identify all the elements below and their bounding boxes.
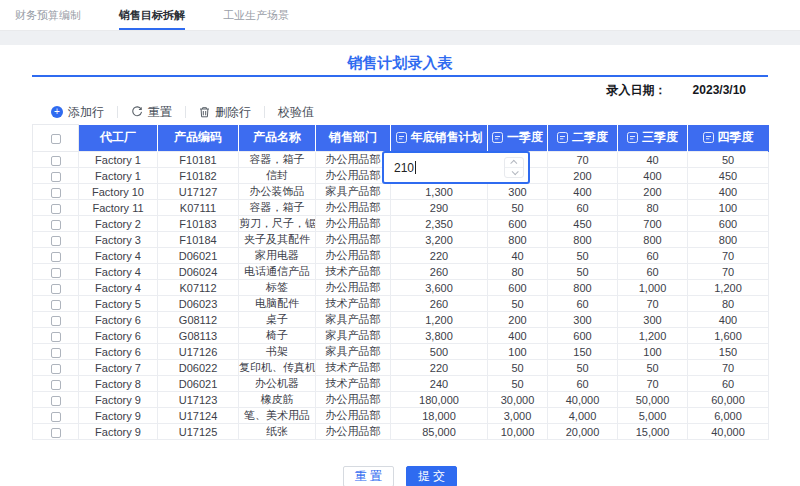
cell-q4[interactable]: 1,200	[688, 280, 769, 296]
cell-annual-plan[interactable]: 260	[391, 296, 488, 312]
cell-q2[interactable]: 300	[548, 312, 618, 328]
row-checkbox[interactable]	[51, 396, 61, 406]
cell-annual-plan[interactable]: 18,000	[391, 408, 488, 424]
cell-q2[interactable]: 400	[548, 184, 618, 200]
cell-annual-plan[interactable]: 3,600	[391, 280, 488, 296]
cell-q3[interactable]: 80	[618, 200, 688, 216]
cell-q4[interactable]: 60	[688, 376, 769, 392]
cell-annual-plan[interactable]: 3,200	[391, 232, 488, 248]
cell-annual-plan[interactable]: 290	[391, 200, 488, 216]
cell-q4[interactable]: 70	[688, 264, 769, 280]
cell-q2[interactable]: 70	[548, 152, 618, 168]
cell-q2[interactable]: 800	[548, 232, 618, 248]
cell-q4[interactable]: 400	[688, 184, 769, 200]
cell-q4[interactable]: 80	[688, 296, 769, 312]
cell-q2[interactable]: 200	[548, 168, 618, 184]
cell-q2[interactable]: 20,000	[548, 424, 618, 440]
submit-button[interactable]: 提交	[406, 466, 457, 486]
cell-annual-plan[interactable]: 2,350	[391, 216, 488, 232]
cell-q2[interactable]: 40,000	[548, 392, 618, 408]
cell-q3[interactable]: 70	[618, 376, 688, 392]
stepper-down-button[interactable]	[505, 168, 523, 177]
cell-q1[interactable]: 200	[488, 312, 548, 328]
cell-q1[interactable]: 600	[488, 280, 548, 296]
cell-annual-plan[interactable]: 1,300	[391, 184, 488, 200]
tab-industrial-scene[interactable]: 工业生产场景	[223, 0, 289, 30]
row-checkbox[interactable]	[51, 364, 61, 374]
cell-q1[interactable]: 50	[488, 376, 548, 392]
tab-sales-target[interactable]: 销售目标拆解	[119, 0, 185, 30]
row-checkbox[interactable]	[51, 268, 61, 278]
cell-q1[interactable]: 400	[488, 328, 548, 344]
cell-q3[interactable]: 70	[618, 296, 688, 312]
row-checkbox[interactable]	[51, 284, 61, 294]
cell-annual-plan[interactable]: 500	[391, 344, 488, 360]
cell-q4[interactable]: 400	[688, 312, 769, 328]
cell-annual-plan[interactable]: 180,000	[391, 392, 488, 408]
row-checkbox[interactable]	[51, 412, 61, 422]
cell-q4[interactable]: 40,000	[688, 424, 769, 440]
cell-q2[interactable]: 150	[548, 344, 618, 360]
cell-q3[interactable]: 1,200	[618, 328, 688, 344]
cell-q4[interactable]: 450	[688, 168, 769, 184]
cell-q3[interactable]: 200	[618, 184, 688, 200]
cell-q3[interactable]: 100	[618, 344, 688, 360]
cell-annual-plan[interactable]: 1,200	[391, 312, 488, 328]
delete-row-button[interactable]: 删除行	[186, 104, 264, 121]
cell-annual-plan[interactable]: 3,800	[391, 328, 488, 344]
row-checkbox[interactable]	[51, 236, 61, 246]
stepper-up-button[interactable]	[505, 158, 523, 168]
row-checkbox[interactable]	[51, 252, 61, 262]
cell-q1[interactable]: 50	[488, 360, 548, 376]
cell-q3[interactable]: 400	[618, 168, 688, 184]
cell-q2[interactable]: 50	[548, 264, 618, 280]
row-checkbox[interactable]	[51, 348, 61, 358]
cell-q4[interactable]: 70	[688, 360, 769, 376]
cell-annual-plan[interactable]: 240	[391, 376, 488, 392]
annual-plan-cell-editor[interactable]: 210	[382, 151, 530, 184]
cell-q2[interactable]: 60	[548, 376, 618, 392]
cell-q1[interactable]: 3,000	[488, 408, 548, 424]
cell-q3[interactable]: 40	[618, 152, 688, 168]
cell-q3[interactable]: 1,000	[618, 280, 688, 296]
cell-q1[interactable]: 50	[488, 296, 548, 312]
validate-values-button[interactable]: 校验值	[265, 104, 327, 121]
cell-q4[interactable]: 6,000	[688, 408, 769, 424]
cell-q4[interactable]: 70	[688, 248, 769, 264]
cell-q4[interactable]: 150	[688, 344, 769, 360]
cell-q3[interactable]: 300	[618, 312, 688, 328]
row-checkbox[interactable]	[51, 300, 61, 310]
cell-annual-plan[interactable]: 260	[391, 264, 488, 280]
cell-q1[interactable]: 600	[488, 216, 548, 232]
row-checkbox[interactable]	[51, 156, 61, 166]
cell-q2[interactable]: 50	[548, 248, 618, 264]
cell-q1[interactable]: 50	[488, 200, 548, 216]
cell-q4[interactable]: 100	[688, 200, 769, 216]
cell-q3[interactable]: 5,000	[618, 408, 688, 424]
cell-q2[interactable]: 450	[548, 216, 618, 232]
cell-annual-plan[interactable]: 220	[391, 248, 488, 264]
cell-q2[interactable]: 50	[548, 360, 618, 376]
cell-q3[interactable]: 50	[618, 360, 688, 376]
cell-q3[interactable]: 15,000	[618, 424, 688, 440]
cell-q2[interactable]: 600	[548, 328, 618, 344]
cell-annual-plan[interactable]: 85,000	[391, 424, 488, 440]
cell-q3[interactable]: 60	[618, 248, 688, 264]
row-checkbox[interactable]	[51, 172, 61, 182]
cell-q4[interactable]: 800	[688, 232, 769, 248]
cell-q4[interactable]: 600	[688, 216, 769, 232]
cell-q4[interactable]: 1,600	[688, 328, 769, 344]
row-checkbox[interactable]	[51, 204, 61, 214]
cell-q1[interactable]: 300	[488, 184, 548, 200]
cell-q3[interactable]: 50,000	[618, 392, 688, 408]
row-checkbox[interactable]	[51, 220, 61, 230]
cell-q4[interactable]: 60,000	[688, 392, 769, 408]
tab-finance-budget[interactable]: 财务预算编制	[15, 0, 81, 30]
add-row-button[interactable]: 添加行	[38, 104, 117, 121]
row-checkbox[interactable]	[51, 380, 61, 390]
cell-q1[interactable]: 800	[488, 232, 548, 248]
cell-q3[interactable]: 60	[618, 264, 688, 280]
reset-button[interactable]: 重置	[343, 466, 394, 486]
cell-q3[interactable]: 700	[618, 216, 688, 232]
cell-q1[interactable]: 10,000	[488, 424, 548, 440]
